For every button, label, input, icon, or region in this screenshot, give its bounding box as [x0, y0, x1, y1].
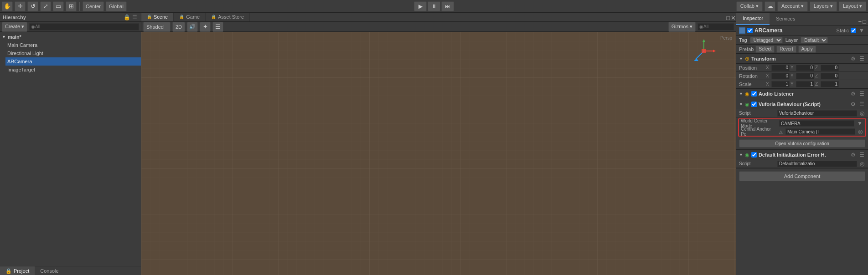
hierarchy-item-main[interactable]: ▼ main* — [0, 33, 141, 41]
hierarchy-lock-btn[interactable]: 🔒 — [123, 14, 131, 20]
hierarchy-menu-btn[interactable]: ☰ — [131, 14, 138, 20]
hierarchy-item-directionallight[interactable]: Directional Light — [5, 49, 141, 57]
add-component-btn[interactable]: Add Component — [739, 171, 865, 181]
audio-btn[interactable]: 🔊 — [187, 22, 198, 32]
pos-x-input[interactable] — [771, 65, 790, 71]
scene-minimize-btn[interactable]: − — [722, 15, 726, 21]
step-btn[interactable]: ⏭ — [441, 1, 454, 11]
rot-y-input[interactable] — [796, 73, 814, 79]
vuforia-section: ▼ ◉ Vuforia Behaviour (Script) ⚙ ☰ Scrip… — [736, 99, 868, 150]
revert-btn[interactable]: Revert — [776, 46, 796, 53]
vuforia-menu-btn[interactable]: ☰ — [858, 101, 865, 107]
anchor-select-btn[interactable]: ◎ — [857, 128, 863, 135]
scene-search-input[interactable] — [698, 23, 734, 31]
scale-y-input[interactable] — [796, 81, 814, 87]
shading-dropdown[interactable]: Shaded — [143, 22, 170, 32]
vuforia-script-select-btn[interactable]: ◎ — [859, 110, 865, 117]
inspector-object-header: ARCamera Static ▼ — [736, 25, 868, 36]
scale-tool-btn[interactable]: ⤢ — [40, 1, 51, 11]
rotate-tool-btn[interactable]: ↺ — [27, 1, 38, 11]
pos-y-input[interactable] — [796, 65, 814, 71]
layout-btn[interactable]: Layout ▾ — [839, 1, 866, 11]
rot-x-input[interactable] — [771, 73, 790, 79]
scale-label: Scale — [739, 81, 764, 87]
pos-z-input[interactable] — [821, 65, 839, 71]
play-btn[interactable]: ▶ — [414, 1, 427, 11]
scene-close-btn[interactable]: ✕ — [731, 15, 736, 21]
audio-icon: ◉ — [745, 91, 749, 97]
default-init-settings-btn[interactable]: ⚙ — [850, 152, 857, 158]
vuforia-settings-btn[interactable]: ⚙ — [850, 101, 857, 107]
hierarchy-create-btn[interactable]: Create ▾ — [2, 22, 27, 32]
hierarchy-item-imagetarget[interactable]: ImageTarget — [5, 66, 141, 74]
hierarchy-panel: Hierarchy 🔒 ☰ Create ▾ ▼ main* Main Came… — [0, 13, 141, 275]
vuforia-script-value: VuforiaBehaviour — [777, 110, 857, 117]
vuforia-enabled-checkbox[interactable] — [751, 102, 757, 107]
transform-tool-btn[interactable]: ⊞ — [66, 1, 77, 11]
audio-arrow: ▼ — [739, 92, 743, 96]
audio-title: Audio Listener — [759, 91, 848, 97]
svg-marker-6 — [713, 50, 716, 52]
game-tab[interactable]: 🔒 Game — [174, 12, 206, 21]
hand-tool-btn[interactable]: ✋ — [2, 1, 13, 11]
account-btn[interactable]: Account ▾ — [777, 1, 808, 11]
2d-btn[interactable]: 2D — [172, 22, 185, 32]
inspector-tab[interactable]: Inspector — [736, 13, 770, 25]
transform-header[interactable]: ▼ ⊕ Transform ⚙ ☰ — [736, 54, 868, 64]
default-init-menu-btn[interactable]: ☰ — [858, 152, 865, 158]
scale-x-input[interactable] — [771, 81, 790, 87]
audio-enabled-checkbox[interactable] — [751, 91, 757, 97]
assetstore-tab[interactable]: 🔒 Asset Store — [206, 12, 250, 21]
central-anchor-row: Central Anchor Po △ Main Camera (T ◎ — [739, 127, 865, 136]
hierarchy-item-maincamera[interactable]: Main Camera — [5, 41, 141, 49]
default-init-script-value: DefaultInitializatio — [777, 161, 857, 167]
default-init-script-select-btn[interactable]: ◎ — [859, 161, 865, 167]
inspector-minimize-btn[interactable]: − — [858, 18, 862, 25]
static-checkbox[interactable] — [851, 28, 856, 33]
layers-btn[interactable]: Layers ▾ — [810, 1, 837, 11]
layer-dropdown[interactable]: Default — [801, 37, 828, 43]
audio-settings-btn[interactable]: ⚙ — [850, 91, 857, 97]
audio-menu-btn[interactable]: ☰ — [858, 91, 865, 97]
center-btn[interactable]: Center — [83, 1, 104, 11]
console-tab[interactable]: Console — [35, 266, 64, 275]
audio-listener-header[interactable]: ▼ ◉ Audio Listener ⚙ ☰ — [736, 89, 868, 99]
inspector-panel: Inspector Services − □ ARCamera Static ▼… — [736, 13, 868, 275]
transform-settings-btn[interactable]: ⚙ — [850, 56, 857, 62]
transform-title: Transform — [751, 56, 848, 61]
default-init-enabled-checkbox[interactable] — [751, 152, 757, 158]
tag-dropdown[interactable]: Untagged — [750, 37, 783, 43]
hierarchy-search-input[interactable] — [29, 23, 139, 31]
pause-btn[interactable]: ⏸ — [428, 1, 440, 11]
collab-btn[interactable]: Collab ▾ — [736, 1, 763, 11]
transform-menu-btn[interactable]: ☰ — [858, 56, 865, 62]
effects-btn[interactable]: ✦ — [200, 22, 211, 32]
rect-tool-btn[interactable]: ▭ — [53, 1, 64, 11]
global-btn[interactable]: Global — [106, 1, 127, 11]
hierarchy-item-arcamera[interactable]: ARCamera — [5, 57, 141, 66]
world-center-dropdown-btn[interactable]: ▼ — [856, 120, 863, 127]
gizmo-axes-svg — [690, 37, 718, 65]
rot-z-input[interactable] — [821, 73, 839, 79]
move-tool-btn[interactable]: ✛ — [15, 1, 26, 11]
vuforia-header[interactable]: ▼ ◉ Vuforia Behaviour (Script) ⚙ ☰ — [736, 99, 868, 109]
central-anchor-label: Central Anchor Po — [741, 127, 777, 137]
scene-tab[interactable]: 🔒 Scene — [141, 12, 174, 21]
inspector-controls: − □ — [858, 18, 868, 25]
select-btn[interactable]: Select — [755, 46, 775, 53]
inspector-maximize-btn[interactable]: □ — [863, 18, 866, 25]
scene-viewport[interactable]: Persp — [141, 32, 736, 275]
scene-settings-btn[interactable]: ☰ — [212, 22, 223, 32]
gizmos-btn[interactable]: Gizmos ▾ — [668, 22, 696, 32]
scene-maximize-btn[interactable]: □ — [726, 15, 730, 21]
scale-z-input[interactable] — [821, 81, 839, 87]
default-init-header[interactable]: ▼ ◉ Default Initialization Error H. ⚙ ☰ — [736, 150, 868, 160]
open-vuforia-btn[interactable]: Open Vuforia configuration — [739, 139, 865, 148]
apply-btn[interactable]: Apply — [798, 46, 816, 53]
project-tab[interactable]: 🔒 Project — [0, 266, 35, 275]
object-enabled-checkbox[interactable] — [747, 28, 753, 33]
static-dropdown-btn[interactable]: ▼ — [858, 27, 865, 34]
cloud-btn[interactable]: ☁ — [765, 1, 775, 11]
services-tab[interactable]: Services — [770, 13, 801, 25]
bottom-tabs: 🔒 Project Console — [0, 266, 141, 275]
